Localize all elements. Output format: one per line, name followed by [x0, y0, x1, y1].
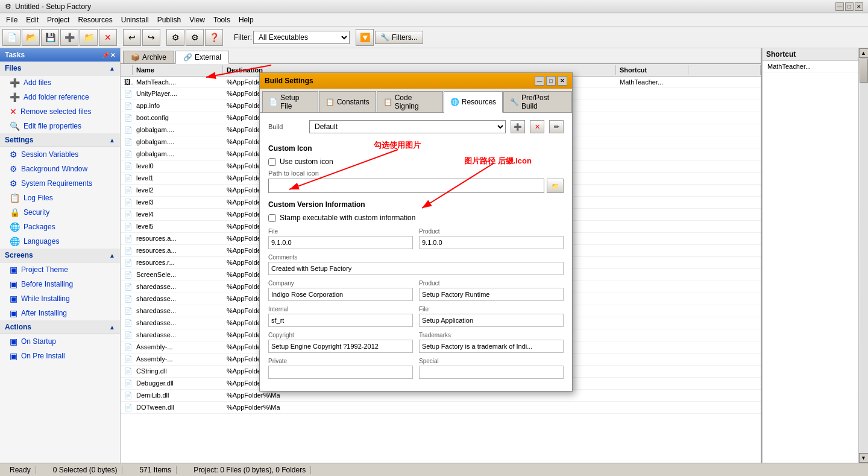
company-label: Company	[268, 280, 413, 287]
private-field: Private	[268, 358, 413, 379]
special-input[interactable]	[419, 366, 564, 379]
modal-tabs: 📄 Setup File 📋 Constants 📋 Code Signing …	[260, 89, 572, 113]
path-to-icon-input[interactable]	[268, 179, 544, 193]
build-label: Build	[268, 123, 304, 130]
build-settings-modal: Build Settings — □ ✕ 📄 Setup File 📋 Cons…	[259, 72, 573, 392]
trademarks-label: Trademarks	[419, 332, 564, 338]
modal-title-controls: — □ ✕	[535, 76, 567, 86]
file-product-row: File Product	[268, 228, 564, 249]
modal-title: Build Settings	[265, 77, 313, 85]
product2-field: Product	[419, 280, 564, 301]
stamp-checkbox-row: Stamp executable with custom information	[268, 214, 564, 222]
comments-label: Comments	[268, 254, 564, 261]
build-row: Build Default ➕ ✕ ✏	[268, 120, 564, 133]
browse-icon-button[interactable]: 📁	[547, 179, 564, 193]
modal-titlebar: Build Settings — □ ✕	[260, 73, 572, 89]
internal-file2-row: Internal File	[268, 306, 564, 327]
stamp-label: Stamp executable with custom information	[280, 214, 415, 222]
private-input[interactable]	[268, 366, 413, 379]
pre-post-tab-label: Pre/Post Build	[521, 94, 565, 110]
setup-file-tab-icon: 📄	[269, 98, 278, 106]
use-custom-icon-checkbox[interactable]	[268, 158, 276, 166]
modal-minimize-button[interactable]: —	[535, 76, 544, 86]
code-signing-tab-icon: 📋	[383, 98, 392, 106]
company-field: Company	[268, 280, 413, 301]
modal-overlay: Build Settings — □ ✕ 📄 Setup File 📋 Cons…	[0, 0, 868, 476]
modal-content: Build Default ➕ ✕ ✏ Custom Icon Use cust…	[260, 113, 572, 391]
resources-tab-icon: 🌐	[450, 98, 459, 106]
constants-tab-icon: 📋	[326, 98, 335, 106]
trademarks-input[interactable]	[419, 340, 564, 353]
modal-maximize-button[interactable]: □	[546, 76, 556, 86]
file2-label: File	[419, 306, 564, 313]
product-label: Product	[419, 228, 564, 235]
path-to-icon-label: Path to local icon	[268, 170, 564, 177]
stamp-checkbox[interactable]	[268, 214, 276, 222]
custom-icon-section: Custom Icon Use custom icon Path to loca…	[268, 139, 564, 193]
product-field: Product	[419, 228, 564, 249]
build-edit-button[interactable]: ✏	[549, 120, 564, 133]
comments-row: Comments	[268, 254, 564, 275]
file2-input[interactable]	[419, 314, 564, 327]
use-custom-icon-row: Use custom icon	[268, 157, 564, 166]
use-custom-icon-label: Use custom icon	[280, 157, 333, 166]
custom-icon-title: Custom Icon	[268, 144, 564, 153]
constants-tab-label: Constants	[337, 98, 370, 106]
copyright-trademarks-row: Copyright Trademarks	[268, 332, 564, 353]
setup-file-tab-label: Setup File	[280, 94, 312, 110]
modal-tab-code-signing[interactable]: 📋 Code Signing	[377, 91, 443, 112]
file-label: File	[268, 228, 413, 235]
private-special-row: Private Special	[268, 358, 564, 379]
internal-input[interactable]	[268, 314, 413, 327]
file-input[interactable]	[268, 236, 413, 249]
copyright-label: Copyright	[268, 332, 413, 338]
code-signing-tab-label: Code Signing	[395, 94, 436, 110]
modal-close-button[interactable]: ✕	[558, 76, 567, 86]
build-add-button[interactable]: ➕	[511, 120, 525, 133]
version-section-title: Custom Version Information	[268, 200, 564, 209]
resources-tab-label: Resources	[462, 98, 496, 106]
comments-input[interactable]	[268, 262, 564, 275]
modal-tab-setup-file[interactable]: 📄 Setup File	[262, 91, 318, 112]
product2-input[interactable]	[419, 288, 564, 301]
path-row: 📁	[268, 179, 564, 193]
company-product2-row: Company Product	[268, 280, 564, 301]
product-input[interactable]	[419, 236, 564, 249]
file2-field: File	[419, 306, 564, 327]
build-remove-button[interactable]: ✕	[530, 120, 544, 133]
special-field: Special	[419, 358, 564, 379]
modal-tab-constants[interactable]: 📋 Constants	[319, 91, 376, 112]
modal-tab-resources[interactable]: 🌐 Resources	[444, 91, 503, 113]
private-label: Private	[268, 358, 413, 364]
version-section: Custom Version Information Stamp executa…	[268, 200, 564, 379]
special-label: Special	[419, 358, 564, 364]
copyright-input[interactable]	[268, 340, 413, 353]
modal-tab-pre-post[interactable]: 🔧 Pre/Post Build	[503, 91, 572, 112]
company-input[interactable]	[268, 288, 413, 301]
internal-label: Internal	[268, 306, 413, 313]
trademarks-field: Trademarks	[419, 332, 564, 353]
product2-label: Product	[419, 280, 564, 287]
pre-post-tab-icon: 🔧	[510, 98, 519, 106]
internal-field: Internal	[268, 306, 413, 327]
copyright-field: Copyright	[268, 332, 413, 353]
build-dropdown[interactable]: Default	[309, 120, 506, 133]
file-field: File	[268, 228, 413, 249]
